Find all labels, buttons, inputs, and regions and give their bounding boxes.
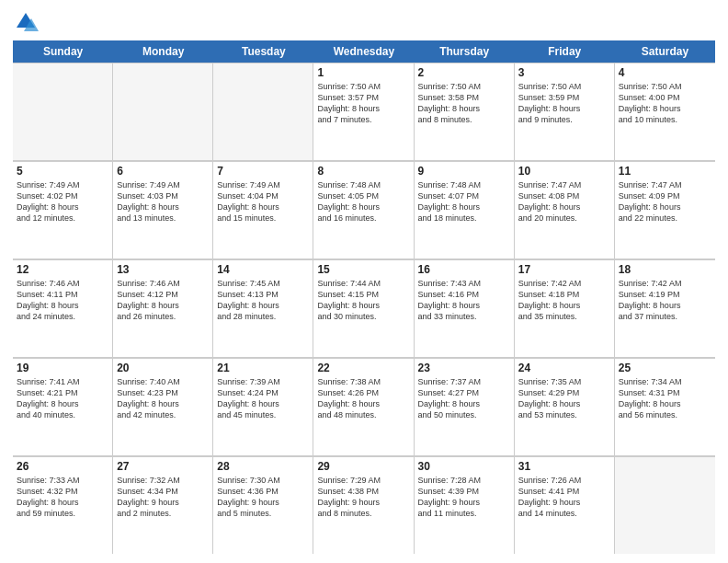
cell-daylight-info: Sunrise: 7:37 AM Sunset: 4:27 PM Dayligh…: [418, 376, 510, 421]
calendar-cell: 25Sunrise: 7:34 AM Sunset: 4:31 PM Dayli…: [615, 358, 715, 455]
cell-daylight-info: Sunrise: 7:34 AM Sunset: 4:31 PM Dayligh…: [619, 376, 711, 421]
calendar-row-5: 26Sunrise: 7:33 AM Sunset: 4:32 PM Dayli…: [13, 456, 715, 554]
calendar-cell: [615, 456, 715, 554]
day-number: 14: [217, 263, 309, 276]
calendar-cell: 16Sunrise: 7:43 AM Sunset: 4:16 PM Dayli…: [415, 259, 515, 357]
day-number: 13: [117, 263, 209, 276]
cell-daylight-info: Sunrise: 7:33 AM Sunset: 4:32 PM Dayligh…: [17, 475, 108, 520]
day-number: 4: [619, 66, 711, 79]
calendar-cell: 12Sunrise: 7:46 AM Sunset: 4:11 PM Dayli…: [13, 259, 113, 357]
day-number: 7: [217, 165, 309, 178]
calendar-body: 1Sunrise: 7:50 AM Sunset: 3:57 PM Daylig…: [13, 63, 715, 554]
calendar-cell: 18Sunrise: 7:42 AM Sunset: 4:19 PM Dayli…: [615, 259, 715, 357]
calendar-header: SundayMondayTuesdayWednesdayThursdayFrid…: [13, 40, 715, 63]
cell-daylight-info: Sunrise: 7:32 AM Sunset: 4:34 PM Dayligh…: [117, 475, 209, 520]
day-number: 28: [217, 460, 309, 473]
cell-daylight-info: Sunrise: 7:40 AM Sunset: 4:23 PM Dayligh…: [117, 376, 209, 421]
page: SundayMondayTuesdayWednesdayThursdayFrid…: [0, 0, 728, 563]
cell-daylight-info: Sunrise: 7:47 AM Sunset: 4:09 PM Dayligh…: [619, 179, 711, 224]
calendar-cell: 5Sunrise: 7:49 AM Sunset: 4:02 PM Daylig…: [13, 161, 113, 259]
calendar-cell: 10Sunrise: 7:47 AM Sunset: 4:08 PM Dayli…: [515, 161, 615, 259]
calendar-cell: 21Sunrise: 7:39 AM Sunset: 4:24 PM Dayli…: [213, 358, 313, 455]
day-number: 24: [518, 362, 610, 374]
calendar-cell: 31Sunrise: 7:26 AM Sunset: 4:41 PM Dayli…: [515, 456, 615, 554]
logo: [13, 9, 42, 35]
day-number: 16: [418, 263, 510, 276]
calendar-row-2: 5Sunrise: 7:49 AM Sunset: 4:02 PM Daylig…: [13, 161, 715, 259]
day-number: 23: [418, 362, 510, 374]
day-number: 2: [418, 66, 510, 79]
calendar-cell: [213, 63, 313, 160]
day-number: 6: [117, 165, 209, 178]
calendar-row-1: 1Sunrise: 7:50 AM Sunset: 3:57 PM Daylig…: [13, 63, 715, 161]
calendar: SundayMondayTuesdayWednesdayThursdayFrid…: [13, 40, 715, 554]
calendar-cell: 30Sunrise: 7:28 AM Sunset: 4:39 PM Dayli…: [415, 456, 515, 554]
cell-daylight-info: Sunrise: 7:41 AM Sunset: 4:21 PM Dayligh…: [17, 376, 108, 421]
cell-daylight-info: Sunrise: 7:49 AM Sunset: 4:04 PM Dayligh…: [217, 179, 309, 224]
calendar-cell: 28Sunrise: 7:30 AM Sunset: 4:36 PM Dayli…: [213, 456, 313, 554]
calendar-cell: 19Sunrise: 7:41 AM Sunset: 4:21 PM Dayli…: [13, 358, 113, 455]
calendar-row-3: 12Sunrise: 7:46 AM Sunset: 4:11 PM Dayli…: [13, 259, 715, 358]
day-number: 10: [518, 165, 610, 178]
day-number: 26: [17, 460, 108, 473]
header-day-tuesday: Tuesday: [213, 40, 313, 63]
cell-daylight-info: Sunrise: 7:48 AM Sunset: 4:07 PM Dayligh…: [418, 179, 510, 224]
cell-daylight-info: Sunrise: 7:28 AM Sunset: 4:39 PM Dayligh…: [418, 475, 510, 520]
calendar-cell: 3Sunrise: 7:50 AM Sunset: 3:59 PM Daylig…: [515, 63, 615, 160]
calendar-cell: 20Sunrise: 7:40 AM Sunset: 4:23 PM Dayli…: [113, 358, 213, 455]
day-number: 5: [17, 165, 108, 178]
calendar-cell: 8Sunrise: 7:48 AM Sunset: 4:05 PM Daylig…: [313, 161, 414, 259]
cell-daylight-info: Sunrise: 7:46 AM Sunset: 4:11 PM Dayligh…: [17, 278, 108, 323]
day-number: 18: [619, 263, 711, 276]
day-number: 21: [217, 362, 309, 374]
day-number: 31: [518, 460, 610, 473]
cell-daylight-info: Sunrise: 7:38 AM Sunset: 4:26 PM Dayligh…: [317, 376, 409, 421]
header-day-thursday: Thursday: [415, 40, 515, 63]
calendar-cell: 11Sunrise: 7:47 AM Sunset: 4:09 PM Dayli…: [615, 161, 715, 259]
calendar-cell: 29Sunrise: 7:29 AM Sunset: 4:38 PM Dayli…: [313, 456, 414, 554]
calendar-cell: 7Sunrise: 7:49 AM Sunset: 4:04 PM Daylig…: [213, 161, 313, 259]
day-number: 25: [619, 362, 711, 374]
header-day-monday: Monday: [113, 40, 213, 63]
cell-daylight-info: Sunrise: 7:35 AM Sunset: 4:29 PM Dayligh…: [518, 376, 610, 421]
calendar-cell: 1Sunrise: 7:50 AM Sunset: 3:57 PM Daylig…: [313, 63, 414, 160]
header-day-wednesday: Wednesday: [313, 40, 414, 63]
cell-daylight-info: Sunrise: 7:48 AM Sunset: 4:05 PM Dayligh…: [317, 179, 409, 224]
calendar-cell: 23Sunrise: 7:37 AM Sunset: 4:27 PM Dayli…: [415, 358, 515, 455]
cell-daylight-info: Sunrise: 7:29 AM Sunset: 4:38 PM Dayligh…: [317, 475, 409, 520]
header-day-friday: Friday: [515, 40, 615, 63]
calendar-cell: 24Sunrise: 7:35 AM Sunset: 4:29 PM Dayli…: [515, 358, 615, 455]
cell-daylight-info: Sunrise: 7:49 AM Sunset: 4:02 PM Dayligh…: [17, 179, 108, 224]
cell-daylight-info: Sunrise: 7:46 AM Sunset: 4:12 PM Dayligh…: [117, 278, 209, 323]
logo-icon: [13, 9, 39, 35]
calendar-cell: 17Sunrise: 7:42 AM Sunset: 4:18 PM Dayli…: [515, 259, 615, 357]
calendar-cell: 26Sunrise: 7:33 AM Sunset: 4:32 PM Dayli…: [13, 456, 113, 554]
calendar-cell: 27Sunrise: 7:32 AM Sunset: 4:34 PM Dayli…: [113, 456, 213, 554]
day-number: 19: [17, 362, 108, 374]
cell-daylight-info: Sunrise: 7:26 AM Sunset: 4:41 PM Dayligh…: [518, 475, 610, 520]
day-number: 17: [518, 263, 610, 276]
calendar-cell: 4Sunrise: 7:50 AM Sunset: 4:00 PM Daylig…: [615, 63, 715, 160]
day-number: 15: [317, 263, 409, 276]
cell-daylight-info: Sunrise: 7:44 AM Sunset: 4:15 PM Dayligh…: [317, 278, 409, 323]
day-number: 29: [317, 460, 409, 473]
calendar-cell: 14Sunrise: 7:45 AM Sunset: 4:13 PM Dayli…: [213, 259, 313, 357]
calendar-cell: [13, 63, 113, 160]
header-day-sunday: Sunday: [13, 40, 113, 63]
day-number: 1: [317, 66, 409, 79]
cell-daylight-info: Sunrise: 7:42 AM Sunset: 4:19 PM Dayligh…: [619, 278, 711, 323]
calendar-cell: 2Sunrise: 7:50 AM Sunset: 3:58 PM Daylig…: [415, 63, 515, 160]
day-number: 12: [17, 263, 108, 276]
cell-daylight-info: Sunrise: 7:45 AM Sunset: 4:13 PM Dayligh…: [217, 278, 309, 323]
header-day-saturday: Saturday: [615, 40, 715, 63]
cell-daylight-info: Sunrise: 7:30 AM Sunset: 4:36 PM Dayligh…: [217, 475, 309, 520]
day-number: 8: [317, 165, 409, 178]
cell-daylight-info: Sunrise: 7:50 AM Sunset: 3:58 PM Dayligh…: [418, 81, 510, 126]
calendar-cell: 6Sunrise: 7:49 AM Sunset: 4:03 PM Daylig…: [113, 161, 213, 259]
day-number: 22: [317, 362, 409, 374]
cell-daylight-info: Sunrise: 7:43 AM Sunset: 4:16 PM Dayligh…: [418, 278, 510, 323]
header: [13, 9, 715, 35]
cell-daylight-info: Sunrise: 7:39 AM Sunset: 4:24 PM Dayligh…: [217, 376, 309, 421]
day-number: 27: [117, 460, 209, 473]
calendar-cell: 15Sunrise: 7:44 AM Sunset: 4:15 PM Dayli…: [313, 259, 414, 357]
